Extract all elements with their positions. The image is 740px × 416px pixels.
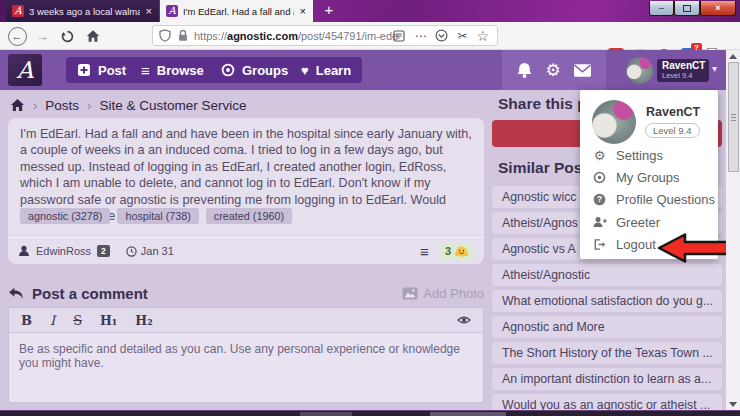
target-icon	[592, 171, 607, 184]
site-header: A Post ≡ Browse Groups ♥ Learn	[0, 50, 726, 90]
user-menu-caret-icon[interactable]: ▾	[712, 63, 717, 74]
menu-item-my-groups[interactable]: My Groups	[580, 166, 718, 188]
home-button[interactable]	[82, 22, 104, 50]
groups-button[interactable]: Groups	[210, 57, 299, 83]
add-photo-button[interactable]: Add Photo	[402, 286, 484, 301]
thumb-grip	[731, 117, 736, 118]
add-photo-label: Add Photo	[423, 286, 484, 301]
taskbar-segment	[430, 412, 506, 416]
back-button[interactable]: ←	[6, 22, 28, 50]
user-badge[interactable]: RavenCT Level 9.4	[657, 59, 709, 82]
menu-label: Settings	[616, 148, 663, 163]
comment-sort-icon[interactable]: ≡	[420, 243, 429, 260]
tag[interactable]: hospital (738)	[117, 208, 198, 224]
tag[interactable]: agnostic (3278)	[20, 208, 110, 224]
post-date: Jan 31	[126, 245, 174, 257]
tab-close-icon[interactable]: ×	[299, 5, 307, 17]
triangle-down-icon	[729, 402, 737, 407]
user-avatar[interactable]	[626, 57, 653, 84]
url-bar[interactable]: https://agnostic.com/post/454791/im-ede …	[152, 25, 498, 46]
page-actions-menu-icon[interactable]: ⋯	[414, 29, 426, 43]
heading1-button[interactable]: H₁	[100, 313, 117, 328]
post-label: Post	[98, 63, 126, 78]
heading2-button[interactable]: H₂	[135, 313, 152, 328]
tracking-shield-icon	[159, 29, 171, 42]
comment-input[interactable]	[9, 333, 483, 402]
settings-gear-icon[interactable]: ⚙	[545, 62, 560, 79]
format-toolbar: B I S H₁ H₂	[9, 308, 483, 333]
author-name[interactable]: EdwinRoss	[36, 245, 91, 257]
post-button[interactable]: Post	[66, 57, 137, 83]
page-actions: ⋯ ✂ ☆	[393, 26, 489, 45]
thumb-grip	[731, 120, 736, 121]
learn-button[interactable]: ♥ Learn	[290, 57, 362, 83]
tab-edearl-active[interactable]: A I'm EdEarl. Had a fall and and h ×	[160, 0, 313, 22]
similar-post-item[interactable]: Would you as an agnostic or atheist ...	[492, 394, 722, 410]
gear-icon: ⚙	[592, 148, 607, 163]
comment-title: Post a comment	[32, 285, 148, 302]
minimize-button[interactable]: –	[649, 1, 674, 16]
similar-post-item[interactable]: Agnostic and More	[492, 316, 722, 338]
menu-item-profile-questions[interactable]: ? Profile Questions	[580, 189, 718, 211]
agnostic-logo[interactable]: A	[8, 54, 42, 86]
strikethrough-button[interactable]: S	[73, 313, 82, 328]
menu-label: Greeter	[616, 215, 660, 230]
scroll-down-arrow[interactable]	[726, 398, 740, 410]
agnostic-favicon-purple: A	[166, 5, 178, 17]
similar-post-item[interactable]: The Short History of the Texas Town ...	[492, 342, 722, 364]
maximize-button[interactable]	[674, 1, 700, 16]
preview-eye-icon[interactable]	[457, 314, 471, 326]
photo-icon	[402, 287, 418, 300]
similar-post-item[interactable]: An important distinction to learn as a..…	[492, 368, 722, 390]
scroll-up-arrow[interactable]	[726, 50, 740, 62]
person-plus-icon	[592, 216, 607, 228]
tag[interactable]: created (1960)	[206, 208, 292, 224]
target-icon	[221, 63, 235, 77]
messages-envelope-icon[interactable]	[573, 63, 592, 78]
post-card: I'm EdEarl. Had a fall and and have been…	[8, 118, 484, 264]
breadcrumb-posts[interactable]: Posts	[45, 98, 79, 113]
chevron-icon: ›	[87, 98, 91, 113]
reaction-badge[interactable]: 3	[439, 244, 474, 259]
tab-close-icon[interactable]: ×	[145, 5, 153, 17]
menu-item-settings[interactable]: ⚙ Settings	[580, 144, 718, 166]
plus-box-icon	[77, 63, 91, 77]
menu-label: Logout	[616, 237, 656, 252]
dropdown-user-name: RavenCT	[646, 105, 700, 119]
reader-mode-icon[interactable]	[393, 30, 405, 42]
annotation-arrow	[654, 231, 726, 265]
notifications-bell-icon[interactable]	[516, 62, 533, 79]
logout-icon	[592, 238, 607, 251]
bold-button[interactable]: B	[21, 313, 32, 328]
person-icon	[18, 245, 30, 257]
browse-label: Browse	[157, 63, 204, 78]
scrollbar-thumb[interactable]	[728, 62, 739, 172]
similar-post-item[interactable]: Atheist/Agnostic	[492, 264, 722, 286]
breadcrumb-category[interactable]: Site & Customer Service	[99, 98, 246, 113]
home-icon[interactable]	[10, 98, 25, 112]
similar-post-item[interactable]: What emotional satisfaction do you g...	[492, 290, 722, 312]
new-tab-button[interactable]: +	[320, 1, 338, 18]
tab-title: 3 weeks ago a local walmart e	[29, 6, 140, 17]
forward-button[interactable]: →	[32, 22, 52, 50]
screenshot-scissors-icon[interactable]: ✂	[457, 29, 467, 43]
clock-icon	[126, 246, 137, 257]
hug-emoji-icon	[455, 245, 468, 258]
reload-button[interactable]	[56, 22, 78, 50]
url-text: https://agnostic.com/post/454791/im-ede	[194, 30, 412, 42]
menu-label: Profile Questions	[616, 192, 715, 207]
lock-icon	[177, 29, 189, 42]
taskbar-edge	[0, 410, 740, 416]
bookmark-star-icon[interactable]: ☆	[476, 28, 489, 44]
learn-label: Learn	[316, 63, 351, 78]
italic-button[interactable]: I	[50, 313, 55, 328]
close-button[interactable]: ×	[700, 1, 736, 16]
groups-label: Groups	[242, 63, 288, 78]
dropdown-user-level: Level 9.4	[645, 123, 700, 138]
browse-button[interactable]: ≡ Browse	[130, 57, 215, 83]
header-icon-panel: ⚙	[502, 50, 606, 90]
page-scrollbar[interactable]	[726, 50, 740, 410]
pocket-icon[interactable]	[435, 29, 448, 42]
maximize-icon	[683, 5, 691, 12]
tab-walmart[interactable]: A 3 weeks ago a local walmart e ×	[6, 0, 159, 22]
